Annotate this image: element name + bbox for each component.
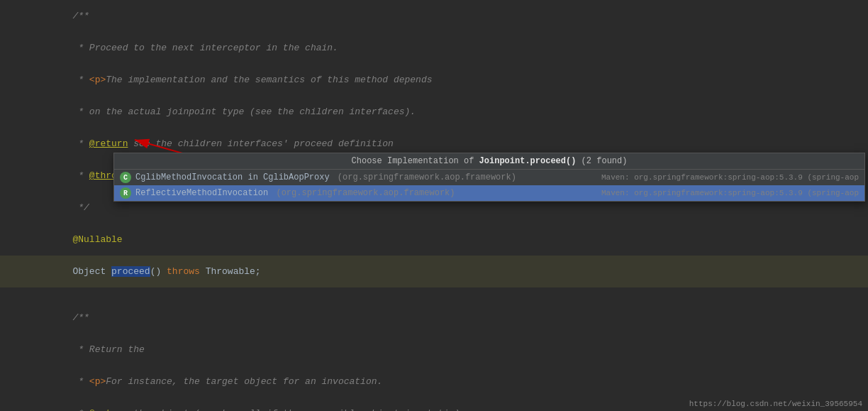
line-content-3: * <p>The implementation and the semantic… <box>21 64 868 96</box>
code-line-13: * <p>For instance, the target object for… <box>0 366 868 398</box>
code-line-9: Object proceed() throws Throwable; <box>0 256 868 287</box>
comment-text-12: * Return the <box>72 344 144 355</box>
comment-text-5a: * <box>72 138 89 149</box>
comment-text-3a: * <box>72 75 89 85</box>
comment-tag-p: <p> <box>89 75 106 85</box>
code-line-2: * Proceed to the next interceptor in the… <box>0 32 868 64</box>
class-package-1: (org.springframework.aop.framework) <box>338 172 516 182</box>
method-proceed-parens: () <box>150 266 167 277</box>
code-line-1: /** <box>0 0 868 32</box>
comment-text-13b: For instance, the target object for an i… <box>106 376 382 387</box>
code-line-3: * <p>The implementation and the semantic… <box>0 64 868 96</box>
comment-text-5b: see the children interfaces' proceed def… <box>128 138 393 149</box>
code-area: /** * Proceed to the next interceptor in… <box>0 0 868 411</box>
line-content-1: /** <box>21 0 868 32</box>
autocomplete-maven-1: Maven: org.springframework:spring-aop:5.… <box>587 173 859 182</box>
comment-text-2: * Proceed to the next interceptor in the… <box>72 43 338 53</box>
autocomplete-icon-1: C <box>120 172 131 183</box>
code-line-4: * on the actual joinpoint type (see the … <box>0 96 868 128</box>
comment-return-tag-2: @return <box>89 408 128 411</box>
line-content-12: * Return the <box>21 334 868 366</box>
autocomplete-title: Choose Implementation of <box>352 156 479 166</box>
class-package-2: (org.springframework.aop.framework) <box>276 188 455 198</box>
autocomplete-popup[interactable]: Choose Implementation of Joinpoint.proce… <box>113 153 865 202</box>
class-name-text-2: ReflectiveMethodInvocation <box>135 188 268 198</box>
code-line-10 <box>0 287 868 302</box>
watermark: https://blog.csdn.net/weixin_39565954 <box>689 400 862 408</box>
comment-tag-p2: <p> <box>89 376 106 387</box>
line-content-8: @Nullable <box>21 224 868 256</box>
comment-text-11: /** <box>72 312 89 323</box>
comment-text-1: /** <box>72 11 89 21</box>
method-proceed-selected: proceed <box>111 266 150 277</box>
comment-text-14b: the object (can be null if the accessibl… <box>128 408 460 411</box>
line-content-13: * <p>For instance, the target object for… <box>21 366 868 398</box>
comment-text-3b: The implementation and the semantics of … <box>106 75 432 85</box>
autocomplete-class-1: CglibMethodInvocation in CglibAopProxy (… <box>135 172 516 182</box>
code-line-12: * Return the <box>0 334 868 366</box>
autocomplete-class-2: ReflectiveMethodInvocation (org.springfr… <box>135 188 455 198</box>
line-content-9: Object proceed() throws Throwable; <box>21 256 868 287</box>
class-location-1: in CglibAopProxy <box>247 172 329 182</box>
autocomplete-bold: Joinpoint.proceed() <box>479 156 577 166</box>
line-content-11: /** <box>21 302 868 334</box>
autocomplete-header: Choose Implementation of Joinpoint.proce… <box>114 153 864 170</box>
code-line-11: /** <box>0 302 868 334</box>
autocomplete-icon-2: R <box>120 187 131 199</box>
line-content-2: * Proceed to the next interceptor in the… <box>21 32 868 64</box>
keyword-throws: throws <box>167 266 200 277</box>
return-type-object: Object <box>72 266 111 277</box>
class-name-text-1: CglibMethodInvocation <box>135 172 243 182</box>
line-content-10 <box>21 287 868 298</box>
comment-text-13a: * <box>72 376 89 387</box>
comment-return-tag: @return <box>89 138 128 149</box>
autocomplete-suffix: (2 found) <box>576 156 627 166</box>
autocomplete-item-2[interactable]: R ReflectiveMethodInvocation (org.spring… <box>114 185 864 201</box>
line-content-4: * on the actual joinpoint type (see the … <box>21 96 868 128</box>
autocomplete-maven-2: Maven: org.springframework:spring-aop:5.… <box>587 189 859 197</box>
annotation-nullable-1: @Nullable <box>72 234 122 245</box>
comment-text-6a: * <box>72 170 89 181</box>
comment-text-4: * on the actual joinpoint type (see the … <box>72 106 416 117</box>
comment-text-7: */ <box>72 202 89 213</box>
throws-throwable: Throwable; <box>200 266 261 277</box>
autocomplete-item-1[interactable]: C CglibMethodInvocation in CglibAopProxy… <box>114 170 864 185</box>
editor-container: /** * Proceed to the next interceptor in… <box>0 0 868 411</box>
comment-text-14a: * <box>72 408 89 411</box>
code-line-8: @Nullable <box>0 224 868 256</box>
